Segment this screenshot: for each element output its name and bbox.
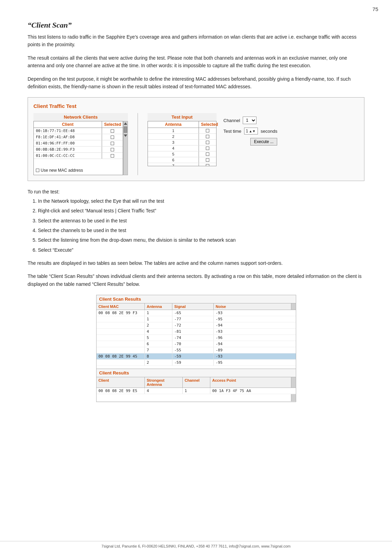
csr-cell-noise-8: -95 [214, 360, 296, 365]
controls-panel: Channel 1 Test time 1 ▲▼ seconds Execute… [223, 113, 277, 175]
cr-col-antenna: Strongest Antenna [145, 377, 183, 388]
results-text1: The results are displayed in two tables … [28, 259, 364, 267]
para2: The result contains all the clients that… [28, 54, 364, 70]
csr-cell-sig-4: -74 [172, 335, 214, 341]
network-clients-section: Network Clients Client Selected 00:1B:77… [33, 113, 128, 175]
channel-label: Channel [223, 118, 240, 123]
cr-col-client: Client [97, 377, 145, 388]
footer-text: 7signal Ltd, Panuntie 6, FI-00620 HELSIN… [101, 544, 290, 548]
cr-scrollbar-2[interactable] [291, 394, 296, 401]
csr-cell-sig-5: -70 [172, 341, 214, 347]
csr-cell-noise-2: -94 [214, 322, 296, 328]
para3: Depending on the test purpose, it might … [28, 75, 364, 91]
table-row: 6 [148, 157, 216, 163]
csr-row-5[interactable]: 6 -70 -94 [97, 341, 296, 347]
cr-row-0[interactable]: 00 08 08 2E 99 E5 4 1 00 1A F3 4F 75 AA [97, 388, 296, 394]
csr-cell-ant-3: 4 [145, 329, 172, 334]
scroll-up-icon[interactable] [124, 122, 127, 125]
scan-results-panel: Client Scan Results Client MAC Antenna S… [96, 295, 296, 402]
ti-check-1[interactable] [199, 128, 216, 133]
test-input-title: Test Input [148, 113, 217, 121]
list-item: In the Network topology, select the Eye … [38, 197, 364, 205]
ti-check-5[interactable] [199, 151, 216, 157]
csr-cell-ant-6: 7 [145, 347, 172, 353]
ti-col-selected: Selected [199, 121, 216, 128]
scroll-down-icon[interactable] [124, 134, 127, 137]
csr-cell-mac-2 [97, 322, 145, 328]
ti-check-2[interactable] [199, 134, 216, 139]
nc-mac-4: 00:0B:6B:2E:99:F3 [34, 147, 102, 152]
results-text2: The table “Client Scan Results” shows in… [28, 272, 364, 288]
csr-scrollbar[interactable] [291, 303, 296, 310]
scroll-thumb[interactable] [124, 127, 127, 133]
ti-check-4[interactable] [199, 146, 216, 151]
csr-row-4[interactable]: 5 -74 -96 [97, 335, 296, 341]
spinner-arrows[interactable]: ▲▼ [249, 129, 256, 133]
csr-cell-ant-0: 1 [145, 310, 172, 316]
section-title: “Client Scan” [28, 21, 364, 30]
testtime-unit: seconds [261, 129, 277, 134]
ti-rows: 1 2 3 4 [148, 128, 216, 166]
network-clients-title: Network Clients [33, 113, 128, 121]
channel-select[interactable]: 1 [243, 117, 257, 124]
csr-cell-noise-6: -89 [214, 347, 296, 353]
nc-footer: Use new MAC address [34, 166, 123, 175]
csr-cell-ant-4: 5 [145, 335, 172, 341]
cr-cell-client-0: 00 08 08 2E 99 E5 [97, 388, 145, 394]
table-row: 3 [148, 140, 216, 146]
nc-check-4[interactable] [102, 147, 123, 152]
nc-check-3[interactable] [102, 140, 123, 146]
nc-check-5[interactable] [102, 153, 123, 159]
csr-row-6[interactable]: 7 -55 -89 [97, 347, 296, 353]
cr-col-channel: Channel [183, 377, 210, 388]
csr-row-3[interactable]: 4 -81 -93 [97, 329, 296, 335]
csr-cell-ant-2: 2 [145, 322, 172, 328]
nc-rows: 00:1B:77:71:EE:48 F8:1E:DF:41:AF:D8 01:4… [34, 128, 123, 166]
csr-row-1[interactable]: 1 -77 -95 [97, 316, 296, 322]
testtime-spinner[interactable]: 1 ▲▼ [244, 128, 258, 134]
execute-button[interactable]: Execute ... [250, 138, 278, 146]
nc-col-selected: Selected [102, 121, 123, 128]
nc-check-2[interactable] [102, 134, 123, 140]
footer-bar: 7signal Ltd, Panuntie 6, FI-00620 HELSIN… [0, 541, 392, 551]
list-item: Select the antennas to be used in the te… [38, 217, 364, 224]
use-new-mac-checkbox[interactable] [36, 169, 39, 172]
nc-scrollbar[interactable] [123, 121, 128, 175]
client-traffic-test-panel: Client Traffic Test Network Clients Clie… [28, 97, 364, 181]
ti-check-6[interactable] [199, 157, 216, 163]
cr-cell-channel-0: 1 [183, 388, 210, 394]
csr-cell-ant-1: 1 [145, 316, 172, 322]
ti-col-antenna: Antenna [148, 121, 199, 128]
table-row: 00:0B:6B:2E:99:F3 [34, 147, 123, 153]
ui-panel-title: Client Traffic Test [33, 103, 359, 109]
csr-row-7[interactable]: 00 08 08 2E 99 45 8 -59 -93 [97, 353, 296, 360]
csr-row-2[interactable]: 2 -72 -94 [97, 322, 296, 329]
instructions-intro: To run the test: [28, 188, 364, 196]
ti-check-7[interactable] [199, 163, 216, 166]
ti-ant-4: 4 [148, 146, 199, 151]
scan-results-container: Client Scan Results Client MAC Antenna S… [28, 295, 364, 402]
csr-row-8[interactable]: 2 -59 -95 [97, 360, 296, 366]
csr-cell-sig-7: -59 [172, 353, 214, 359]
testtime-label: Test time [223, 129, 241, 134]
ti-ant-2: 2 [148, 134, 199, 139]
csr-cell-mac-7: 00 08 08 2E 99 45 [97, 353, 145, 359]
testtime-row: Test time 1 ▲▼ seconds [223, 128, 277, 134]
nc-mac-2: F8:1E:DF:41:AF:D8 [34, 134, 102, 140]
list-item: Right-click and select “Manual tests | C… [38, 207, 364, 214]
nc-check-1[interactable] [102, 128, 123, 134]
cr-cell-ap-0: 00 1A F3 4F 75 AA [210, 388, 296, 394]
ti-ant-6: 6 [148, 157, 199, 163]
ti-check-3[interactable] [199, 140, 216, 145]
csr-cell-mac-3 [97, 329, 145, 334]
nc-mac-5: 01:00:0C:CC:CC:CC [34, 153, 102, 159]
cr-empty-row [97, 394, 296, 402]
ti-ant-7: 7 [148, 163, 199, 166]
cr-scrollbar[interactable] [291, 377, 296, 388]
csr-cell-mac-6 [97, 347, 145, 353]
table-row: 1 [148, 128, 216, 134]
network-clients-table: Client Selected 00:1B:77:71:EE:48 F8:1E:… [33, 121, 123, 175]
csr-cell-sig-0: -65 [172, 310, 214, 316]
table-row: 00:1B:77:71:EE:48 [34, 128, 123, 134]
csr-row-0[interactable]: 00 08 08 2E 99 F3 1 -65 -93 [97, 310, 296, 316]
